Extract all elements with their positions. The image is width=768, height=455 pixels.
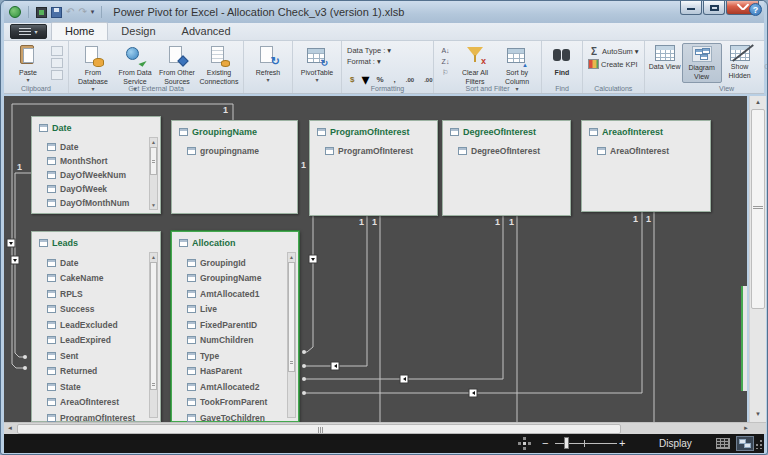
scroll-left-icon[interactable]: ◄ (4, 423, 16, 434)
currency-button[interactable]: $ (347, 74, 357, 85)
field-item[interactable]: Date (47, 140, 160, 154)
table-scrollbar[interactable]: ▲ (287, 252, 296, 418)
table-header[interactable]: AreaofInterest (582, 121, 710, 137)
field-item[interactable]: groupingname (187, 144, 297, 158)
table-header[interactable]: DegreeOfInterest (443, 121, 570, 137)
show-hidden-button[interactable]: Show Hidden (722, 43, 758, 81)
field-item[interactable]: GaveToChildren (187, 410, 298, 422)
customize-qat-icon[interactable]: ▾ (91, 8, 95, 16)
field-item[interactable]: GroupingId (187, 255, 298, 271)
table-groupingname[interactable]: GroupingName groupingname (171, 120, 298, 214)
field-item[interactable]: DayOfWeek (47, 182, 160, 196)
calculation-area-button[interactable]: fx Calculation Area (758, 43, 768, 81)
minimize-button[interactable] (680, 1, 702, 15)
table-allocation[interactable]: Allocation GroupingId GroupingName AmtAl… (171, 231, 299, 422)
save-icon[interactable] (51, 7, 62, 18)
paste-append-icon[interactable] (51, 70, 63, 80)
create-kpi-button[interactable]: Create KPI (588, 59, 639, 69)
field-item[interactable]: ProgramOfInterest (47, 410, 160, 422)
field-item[interactable]: TookFromParent (187, 395, 298, 411)
table-header[interactable]: Allocation (172, 232, 298, 248)
table-header[interactable]: Leads (32, 232, 160, 248)
horizontal-scroll-thumb[interactable] (17, 424, 621, 434)
data-view-button[interactable]: Data View (648, 43, 682, 72)
increase-decimal-button[interactable]: .00 (403, 76, 417, 84)
field-item[interactable]: DayOfWeekNum (47, 168, 160, 182)
sort-descending-icon[interactable]: Z↓ (439, 57, 452, 66)
data-type-dropdown[interactable]: Data Type :▾ (347, 46, 428, 55)
field-item[interactable]: CakeName (47, 271, 160, 287)
field-item[interactable]: AmtAllocated1 (187, 286, 298, 302)
zoom-slider-thumb[interactable] (564, 437, 569, 449)
comma-button[interactable]: , (391, 74, 399, 85)
grid-view-icon[interactable] (716, 438, 730, 449)
relationship-allocation-degreeofinterest[interactable] (305, 216, 503, 379)
sort-ascending-icon[interactable]: A↓ (439, 46, 452, 55)
existing-connections-button[interactable]: Existing Connections (198, 43, 240, 87)
diagram-horizontal-scrollbar[interactable]: ◄ ► (4, 422, 766, 434)
table-degreeofinterest[interactable]: DegreeOfInterest DegreeOfInterest (442, 120, 571, 216)
diagram-canvas[interactable]: 1 1 1 1 1 1 1 1 1 Date Date MonthShort D… (4, 96, 747, 422)
tab-advanced[interactable]: Advanced (169, 23, 244, 40)
field-item[interactable]: AreaOfInterest (47, 395, 160, 411)
field-item[interactable]: RPLS (47, 286, 160, 302)
field-item[interactable]: LeadExpired (47, 333, 160, 349)
table-header[interactable]: GroupingName (172, 121, 297, 137)
table-scrollbar[interactable]: ▲ ▼ (149, 137, 158, 210)
field-item[interactable]: AreaOfInterest (597, 144, 710, 158)
field-item[interactable]: State (47, 379, 160, 395)
zoom-in-button[interactable]: + (619, 437, 625, 449)
diagram-view-button[interactable]: Diagram View (682, 43, 722, 83)
from-other-sources-button[interactable]: From Other Sources (156, 43, 198, 87)
field-item[interactable]: GroupingName (187, 271, 298, 287)
maximize-button[interactable] (703, 1, 725, 15)
scroll-up-icon[interactable]: ▲ (750, 96, 766, 108)
field-item[interactable]: Type (187, 348, 298, 364)
fit-to-screen-icon[interactable] (523, 442, 526, 445)
field-item[interactable]: DegreeOfInterest (458, 144, 570, 158)
field-item[interactable]: HasParent (187, 364, 298, 380)
field-item[interactable]: FixedParentID (187, 317, 298, 333)
field-item[interactable]: LeadExcluded (47, 317, 160, 333)
field-item[interactable]: Date (47, 255, 160, 271)
paste-button[interactable]: Paste ▾ (7, 43, 49, 83)
scroll-down-icon[interactable]: ▼ (750, 408, 766, 420)
tab-home[interactable]: Home (51, 22, 108, 40)
percent-button[interactable]: % (373, 74, 386, 85)
relationship-leads-date[interactable] (15, 173, 31, 357)
scroll-right-icon[interactable]: ► (740, 423, 752, 434)
format-dropdown[interactable]: Format :▾ (347, 57, 428, 66)
field-item[interactable]: ProgramOfInterest (325, 144, 437, 158)
table-date[interactable]: Date Date MonthShort DayOfWeekNum DayOfW… (31, 116, 161, 214)
partial-table-sliver[interactable] (741, 286, 747, 391)
pivottable-button[interactable]: ↻ PivotTable ▾ (296, 43, 338, 83)
field-item[interactable]: Live (187, 302, 298, 318)
field-item[interactable]: MonthShort (47, 154, 160, 168)
table-header[interactable]: Date (32, 117, 160, 133)
table-programofinterest[interactable]: ProgramOfInterest ProgramOfInterest (309, 120, 438, 216)
field-item[interactable]: DayOfMonthNum (47, 196, 160, 210)
table-header[interactable]: ProgramOfInterest (310, 121, 437, 137)
field-item[interactable]: AmtAllocated2 (187, 379, 298, 395)
table-scrollbar[interactable]: ▲ (149, 252, 158, 418)
table-areaofinterest[interactable]: AreaofInterest AreaOfInterest (581, 120, 711, 212)
diagram-vertical-scrollbar[interactable]: ▲ ▼ (749, 96, 766, 422)
vertical-scroll-thumb[interactable] (751, 109, 765, 309)
app-window-icon[interactable] (36, 7, 47, 18)
undo-icon[interactable]: ↶ (66, 6, 74, 18)
zoom-out-label[interactable]: − (542, 437, 548, 449)
relationship-allocation-groupingname[interactable] (304, 216, 313, 352)
help-icon[interactable]: ? (749, 3, 762, 16)
relationship-allocation-programofinterest[interactable] (305, 216, 367, 366)
resize-grip[interactable] (753, 440, 762, 449)
refresh-button[interactable]: ↻ Refresh ▾ (247, 43, 289, 83)
clear-sort-icon[interactable]: ⚐ (439, 68, 452, 77)
find-button[interactable]: Find (545, 43, 579, 78)
paste-replace-icon[interactable] (51, 58, 63, 68)
field-item[interactable]: Success (47, 302, 160, 318)
redo-icon[interactable]: ↷ (78, 6, 86, 18)
copy-icon[interactable] (51, 46, 63, 56)
tab-design[interactable]: Design (108, 23, 168, 40)
field-item[interactable]: Returned (47, 364, 160, 380)
diagram-view-toggle-icon[interactable] (736, 436, 754, 451)
